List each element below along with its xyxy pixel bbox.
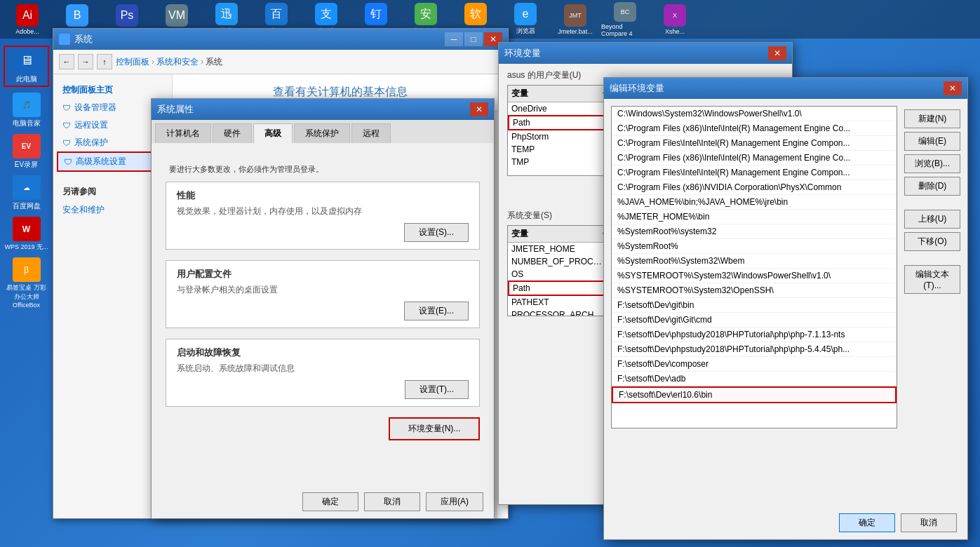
edit-env-titlebar: 编辑环境变量 ✕ <box>604 78 967 99</box>
dialog-ok-button[interactable]: 确定 <box>302 492 358 511</box>
top-icon-beyond[interactable]: BC Beyond Compare 4 <box>601 2 649 37</box>
performance-desc: 视觉效果，处理器计划，内存使用，以及虚拟内存 <box>177 205 469 217</box>
path-entry-13[interactable]: F:\setsoft\Dev\git\bin <box>612 298 897 313</box>
system-icon <box>59 34 70 45</box>
performance-title: 性能 <box>177 189 469 202</box>
tab-computer-name[interactable]: 计算机名 <box>155 123 211 143</box>
env-title: 环境变量 <box>504 47 541 60</box>
path-entry-2[interactable]: C:\Program Files\Intel\Intel(R) Manageme… <box>612 136 897 151</box>
minimize-button[interactable]: ─ <box>445 32 463 46</box>
breadcrumb: 控制面板 › 系统和安全 › 系统 <box>116 56 222 68</box>
edit-env-footer: 确定 取消 <box>839 513 957 532</box>
path-entry-16[interactable]: F:\setsoft\Dev\phpstudy2018\PHPTutorial\… <box>612 342 897 357</box>
system-window-title: 系统 <box>74 33 93 46</box>
dialog-close-button[interactable]: ✕ <box>470 102 488 116</box>
performance-section: 性能 视觉效果，处理器计划，内存使用，以及虚拟内存 设置(S)... <box>166 182 480 250</box>
path-entry-0[interactable]: C:\Windows\System32\WindowsPowerShell\v1… <box>612 107 897 121</box>
startup-section: 启动和故障恢复 系统启动、系统故障和调试信息 设置(T)... <box>166 339 480 407</box>
tab-remote[interactable]: 远程 <box>351 123 391 143</box>
up-button[interactable]: ↑ <box>97 54 112 69</box>
path-entry-6[interactable]: %JAVA_HOME%\bin;%JAVA_HOME%\jre\bin <box>612 195 897 210</box>
tab-hardware[interactable]: 硬件 <box>213 123 252 143</box>
path-entry-4[interactable]: C:\Program Files\Intel\Intel(R) Manageme… <box>612 166 897 180</box>
nav-bar: ← → ↑ 控制面板 › 系统和安全 › 系统 <box>53 50 508 74</box>
path-entry-9[interactable]: %SystemRoot% <box>612 239 897 254</box>
top-icon-xshell[interactable]: X Xshe... <box>651 2 699 37</box>
sidebar-item-main[interactable]: 控制面板主页 <box>57 81 168 99</box>
forward-button[interactable]: → <box>78 54 93 69</box>
path-entry-19[interactable]: F:\setsoft\Dev\erl10.6\bin <box>612 386 897 403</box>
window-controls: ─ □ ✕ <box>445 32 502 46</box>
path-entry-17[interactable]: F:\setsoft\Dev\composer <box>612 357 897 372</box>
path-move-up-button[interactable]: 上移(U) <box>904 210 960 229</box>
system-window-titlebar: 系统 ─ □ ✕ <box>53 29 508 50</box>
user-profile-section: 用户配置文件 与登录帐户相关的桌面设置 设置(E)... <box>166 260 480 328</box>
user-profile-settings-button[interactable]: 设置(E)... <box>404 302 469 320</box>
edit-env-ok-button[interactable]: 确定 <box>839 513 895 532</box>
desktop-icon-wps[interactable]: W WPS 2019 无... <box>4 217 49 252</box>
startup-settings-button[interactable]: 设置(T)... <box>405 380 469 399</box>
back-button[interactable]: ← <box>59 54 74 69</box>
dialog-titlebar: 系统属性 ✕ <box>152 99 494 120</box>
desktop-icon-ev[interactable]: EV EV录屏 <box>4 134 49 170</box>
path-entry-12[interactable]: %SYSTEMROOT%\System32\OpenSSH\ <box>612 283 897 298</box>
user-profile-desc: 与登录帐户相关的桌面设置 <box>177 284 469 296</box>
path-entry-10[interactable]: %SystemRoot%\System32\Wbem <box>612 254 897 269</box>
path-entry-3[interactable]: C:\Program Files (x86)\Intel\Intel(R) Ma… <box>612 151 897 166</box>
path-edit-button[interactable]: 编辑(E) <box>904 132 960 151</box>
dialog-content: 要进行大多数更改，你必须作为管理员登录。 性能 视觉效果，处理器计划，内存使用，… <box>152 143 494 492</box>
edit-env-cancel-button[interactable]: 取消 <box>901 513 957 532</box>
dialog-footer: 确定 取消 应用(A) <box>302 492 483 511</box>
path-entry-18[interactable]: F:\setsoft\Dev\adb <box>612 372 897 386</box>
env-titlebar: 环境变量 ✕ <box>499 43 792 64</box>
dialog-title: 系统属性 <box>157 103 194 116</box>
maximize-button[interactable]: □ <box>464 32 483 46</box>
path-entry-14[interactable]: F:\setsoft\Dev\git\Git\cmd <box>612 313 897 327</box>
dialog-cancel-button[interactable]: 取消 <box>364 492 420 511</box>
path-browse-button[interactable]: 浏览(B)... <box>904 154 960 173</box>
desktop-icon-computer[interactable]: 🖥 此电脑 <box>4 46 49 87</box>
edit-env-window: 编辑环境变量 ✕ C:\Windows\System32\WindowsPowe… <box>603 77 968 540</box>
edit-env-close-button[interactable]: ✕ <box>944 81 962 95</box>
path-edit-text-button[interactable]: 编辑文本(T)... <box>904 265 960 294</box>
desktop: Ai Adobe... B buroxi... Ps PS VM VMware.… <box>0 0 980 547</box>
path-entry-11[interactable]: %SYSTEMROOT%\System32\WindowsPowerShell\… <box>612 269 897 283</box>
top-icon-jmeter[interactable]: JMT Jmeter.bat... <box>551 2 599 37</box>
path-entry-8[interactable]: %SystemRoot%\system32 <box>612 224 897 239</box>
system-properties-dialog: 系统属性 ✕ 计算机名 硬件 高级 系统保护 远程 要进行大多数更改，你必须作为… <box>151 98 495 519</box>
path-entry-1[interactable]: C:\Program Files (x86)\Intel\Intel(R) Ma… <box>612 121 897 136</box>
path-list: C:\Windows\System32\WindowsPowerShell\v1… <box>611 106 897 428</box>
dialog-tabs: 计算机名 硬件 高级 系统保护 远程 <box>152 120 494 143</box>
edit-env-title-text: 编辑环境变量 <box>610 82 664 95</box>
tab-protection[interactable]: 系统保护 <box>294 123 350 143</box>
path-delete-button[interactable]: 删除(D) <box>904 177 960 196</box>
top-icon-ie[interactable]: e 浏览器 <box>502 2 549 37</box>
top-icon-adobe[interactable]: Ai Adobe... <box>4 2 51 37</box>
desktop-icon-office[interactable]: β 易签宝桌 万彩办公大师 OfficeBox <box>4 257 49 309</box>
desktop-icons-column: 🖥 此电脑 🎵 电脑音家 EV EV录屏 ☁ 百度网盘 W WPS 2019 无… <box>4 46 49 309</box>
edit-env-body: C:\Windows\System32\WindowsPowerShell\v1… <box>604 106 967 428</box>
path-move-down-button[interactable]: 下移(O) <box>904 232 960 251</box>
edit-env-controls: ✕ <box>944 81 962 95</box>
performance-settings-button[interactable]: 设置(S)... <box>404 223 469 242</box>
path-entry-7[interactable]: %JMETER_HOME%\bin <box>612 210 897 224</box>
dialog-apply-button[interactable]: 应用(A) <box>426 492 483 511</box>
env-close-button[interactable]: ✕ <box>768 46 786 60</box>
env-variables-button[interactable]: 环境变量(N)... <box>389 417 480 440</box>
tab-advanced[interactable]: 高级 <box>253 123 293 143</box>
desktop-icon-music[interactable]: 🎵 电脑音家 <box>4 93 49 128</box>
env-controls: ✕ <box>768 46 786 60</box>
page-title: 查看有关计算机的基本信息 <box>183 85 497 100</box>
startup-title: 启动和故障恢复 <box>177 346 469 359</box>
path-entry-5[interactable]: C:\Program Files (x86)\NVIDIA Corporatio… <box>612 180 897 195</box>
path-new-button[interactable]: 新建(N) <box>904 109 960 128</box>
env-btn-row: 环境变量(N)... <box>166 417 480 440</box>
dialog-controls: ✕ <box>470 102 488 116</box>
desktop-icon-baidu2[interactable]: ☁ 百度网盘 <box>4 175 49 211</box>
user-profile-title: 用户配置文件 <box>177 268 469 281</box>
startup-desc: 系统启动、系统故障和调试信息 <box>177 363 469 374</box>
admin-notice: 要进行大多数更改，你必须作为管理员登录。 <box>166 161 480 178</box>
edit-env-buttons: 新建(N) 编辑(E) 浏览(B)... 删除(D) 上移(U) 下移(O) 编… <box>904 109 960 294</box>
path-entry-15[interactable]: F:\setsoft\Dev\phpstudy2018\PHPTutorial\… <box>612 327 897 342</box>
